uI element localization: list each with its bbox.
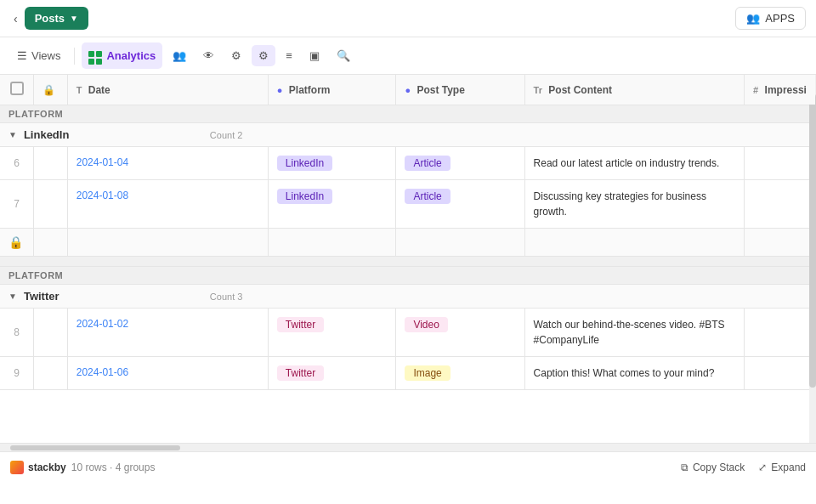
row-9-post-type-badge: Image (405, 365, 450, 381)
linkedin-group-label-row[interactable]: ▼ LinkedIn Count 2 (0, 123, 816, 147)
row-6-platform-badge: LinkedIn (277, 156, 332, 171)
col-header-date[interactable]: T Date (67, 75, 268, 105)
lock-row-linkedin: 🔒 (0, 229, 816, 257)
linkedin-group-name: LinkedIn (24, 128, 69, 141)
twitter-expand-icon[interactable]: ▼ (8, 292, 17, 301)
filter-button[interactable]: ⚙ (224, 45, 248, 66)
group-separator (0, 257, 816, 267)
fields-button[interactable]: ▣ (303, 45, 326, 66)
row-7-lock (34, 180, 68, 229)
row-7-check[interactable]: 7 (0, 180, 34, 229)
row-6-date[interactable]: 2024-01-04 (67, 147, 268, 180)
twitter-group-count: Count 3 (210, 292, 243, 302)
lock-row-cell-4 (268, 229, 396, 257)
analytics-tab-button[interactable]: Analytics (82, 42, 162, 69)
col-header-impressions[interactable]: # Impressi (745, 75, 816, 105)
linkedin-platform-header-cell: PLATFORM (0, 105, 816, 123)
row-8-content-text: Watch our behind-the-scenes video. #BTS … (534, 319, 725, 346)
lock-row-cell-7 (745, 229, 816, 257)
apps-button[interactable]: 👥 APPS (735, 7, 806, 30)
dropdown-arrow-icon: ▼ (70, 14, 78, 23)
row-8-platform: Twitter (268, 309, 396, 357)
linkedin-group-platform-cell (268, 123, 396, 147)
copy-stack-button[interactable]: ⧉ Copy Stack (681, 462, 745, 473)
row-6-post-type-badge: Article (405, 156, 450, 171)
row-8-date-link[interactable]: 2024-01-02 (76, 318, 128, 330)
collapse-button[interactable]: ‹ (10, 8, 21, 29)
row-8-post-type-badge: Video (405, 317, 447, 332)
top-bar-left: ‹ Posts ▼ (10, 7, 88, 30)
linkedin-group-posttype-cell (396, 123, 524, 147)
col-header-platform[interactable]: ● Platform (268, 75, 396, 105)
row-9-date-link[interactable]: 2024-01-06 (76, 366, 128, 378)
post-type-col-label: Post Type (416, 84, 464, 96)
twitter-platform-header-label: PLATFORM (8, 270, 63, 280)
twitter-group-label-row[interactable]: ▼ Twitter Count 3 (0, 285, 816, 309)
lock-row-icon-cell: 🔒 (0, 229, 34, 257)
twitter-group-name: Twitter (24, 290, 60, 303)
hamburger-icon: ☰ (17, 49, 27, 62)
col-header-post-content[interactable]: Tr Post Content (524, 75, 745, 105)
active-filter-icon: ⚙ (258, 49, 269, 62)
col-header-check[interactable] (0, 75, 34, 105)
row-9-date[interactable]: 2024-01-06 (67, 357, 268, 390)
twitter-group-content-cell (524, 285, 745, 309)
group-icon: 👥 (173, 49, 186, 62)
views-label: Views (31, 49, 60, 62)
row-9-check[interactable]: 9 (0, 357, 34, 390)
col-header-post-type[interactable]: ● Post Type (396, 75, 524, 105)
twitter-group-cell: ▼ Twitter Count 3 (0, 285, 268, 309)
stackby-branding: stackby (10, 461, 66, 474)
sort-button[interactable]: ≡ (279, 45, 299, 66)
horizontal-scrollbar-thumb[interactable] (10, 445, 180, 450)
search-button[interactable]: 🔍 (330, 45, 357, 66)
header-checkbox[interactable] (10, 82, 24, 95)
row-8-impressions (745, 309, 816, 357)
top-bar: ‹ Posts ▼ 👥 APPS (0, 0, 816, 37)
row-7-platform: LinkedIn (268, 180, 396, 229)
table-area: 🔒 T Date ● Platform ● Post Type (0, 75, 816, 443)
row-7-platform-badge: LinkedIn (277, 189, 332, 204)
row-8-post-type: Video (396, 309, 524, 357)
platform-col-icon: ● (277, 85, 283, 95)
row-6-post-type: Article (396, 147, 524, 180)
impressions-col-label: Impressi (765, 84, 807, 96)
active-filter-button[interactable]: ⚙ (252, 45, 275, 66)
posts-label: Posts (35, 12, 65, 25)
horizontal-scrollbar[interactable] (0, 443, 816, 451)
expand-icon: ⤢ (758, 462, 767, 473)
fields-icon: ▣ (309, 49, 320, 62)
row-6-platform: LinkedIn (268, 147, 396, 180)
hide-fields-button[interactable]: 👁 (196, 45, 221, 66)
row-8-date[interactable]: 2024-01-02 (67, 309, 268, 357)
footer-right: ⧉ Copy Stack ⤢ Expand (681, 462, 806, 473)
post-content-col-icon: Tr (534, 85, 542, 95)
row-8-check[interactable]: 8 (0, 309, 34, 357)
stackby-logo-icon (10, 461, 24, 474)
row-7-date[interactable]: 2024-01-08 (67, 180, 268, 229)
row-6-lock (34, 147, 68, 180)
copy-icon: ⧉ (681, 462, 688, 473)
linkedin-group-impressions-cell (745, 123, 816, 147)
analytics-label: Analytics (106, 49, 156, 62)
views-button[interactable]: ☰ Views (10, 45, 67, 66)
vertical-scrollbar-track[interactable] (809, 75, 816, 443)
table-row: 8 2024-01-02 Twitter Video Watch our beh… (0, 309, 816, 357)
row-6-check[interactable]: 6 (0, 147, 34, 180)
twitter-group-impressions-cell (745, 285, 816, 309)
row-6-post-content: Read our latest article on industry tren… (524, 147, 745, 180)
expand-button[interactable]: ⤢ Expand (758, 462, 806, 473)
vertical-scrollbar-thumb[interactable] (809, 93, 816, 388)
group-by-button[interactable]: 👥 (166, 45, 193, 66)
twitter-group-platform-cell (268, 285, 396, 309)
table-container[interactable]: 🔒 T Date ● Platform ● Post Type (0, 75, 816, 443)
data-table: 🔒 T Date ● Platform ● Post Type (0, 75, 816, 390)
row-7-date-link[interactable]: 2024-01-08 (76, 190, 128, 201)
linkedin-group-inner: ▼ LinkedIn Count 2 (8, 128, 259, 141)
row-7-post-content: Discussing key strategies for business g… (524, 180, 745, 229)
row-6-content-text: Read our latest article on industry tren… (534, 157, 720, 169)
eye-icon: 👁 (203, 49, 214, 62)
linkedin-expand-icon[interactable]: ▼ (8, 130, 17, 139)
row-6-date-link[interactable]: 2024-01-04 (76, 156, 128, 168)
posts-dropdown-button[interactable]: Posts ▼ (25, 7, 88, 30)
